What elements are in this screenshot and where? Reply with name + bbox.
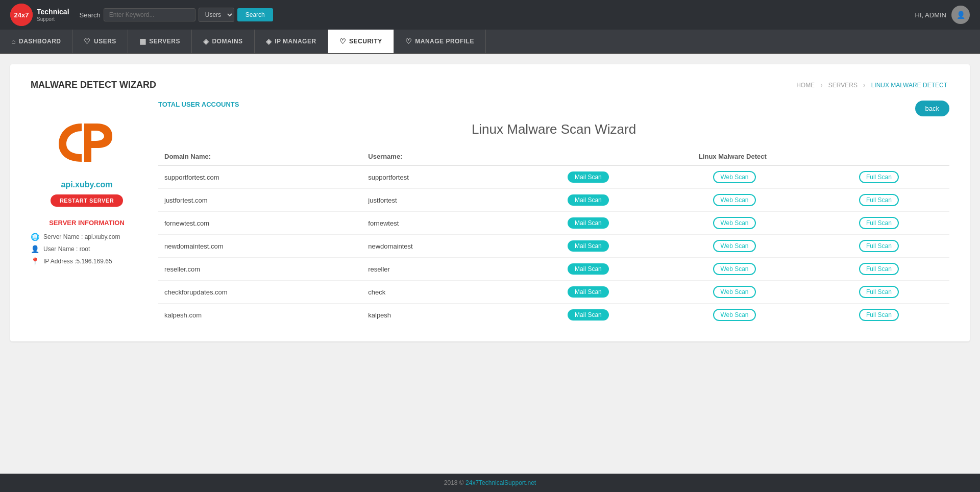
cell-full-scan: Full Scan bbox=[808, 258, 949, 281]
user-name-value: User Name : root bbox=[43, 245, 90, 253]
web-scan-button[interactable]: Web Scan bbox=[713, 309, 755, 321]
table-row: checkforupdates.com check Mail Scan Web … bbox=[158, 281, 949, 304]
web-scan-button[interactable]: Web Scan bbox=[713, 240, 755, 252]
nav-item-dashboard[interactable]: ⌂ DASHBOARD bbox=[0, 30, 72, 53]
nav-label-domains: DOMAINS bbox=[212, 38, 242, 45]
table-row: justfortest.com justfortest Mail Scan We… bbox=[158, 189, 949, 212]
domains-icon: ◈ bbox=[203, 37, 209, 45]
cell-domain: fornewtest.com bbox=[158, 212, 362, 235]
web-scan-button[interactable]: Web Scan bbox=[713, 263, 755, 275]
search-select[interactable]: Users bbox=[199, 8, 234, 22]
footer: 2018 © 24x7TechnicalSupport.net bbox=[0, 474, 980, 492]
web-scan-button[interactable]: Web Scan bbox=[713, 217, 755, 229]
cell-username: supportfortest bbox=[362, 166, 516, 189]
full-scan-button[interactable]: Full Scan bbox=[859, 286, 899, 298]
ip-address-info: 📍 IP Address :5.196.169.65 bbox=[31, 257, 143, 265]
full-scan-button[interactable]: Full Scan bbox=[859, 171, 899, 183]
header-left: 24x7 Technical Support Search Users Sear… bbox=[10, 4, 273, 26]
content-card: MALWARE DETECT WIZARD HOME › SERVERS › L… bbox=[10, 64, 970, 341]
cell-web-scan: Web Scan bbox=[660, 235, 808, 258]
wizard-title: Linux Malware Scan Wizard bbox=[158, 121, 949, 137]
mail-scan-button[interactable]: Mail Scan bbox=[568, 286, 609, 298]
nav-item-domains[interactable]: ◈ DOMAINS bbox=[192, 30, 255, 53]
search-area: Search Users Search bbox=[80, 8, 273, 22]
mail-scan-button[interactable]: Mail Scan bbox=[568, 171, 609, 183]
full-scan-button[interactable]: Full Scan bbox=[859, 217, 899, 229]
section-header: TOTAL USER ACCOUNTS back bbox=[158, 101, 949, 116]
cell-full-scan: Full Scan bbox=[808, 166, 949, 189]
main-panel: TOTAL USER ACCOUNTS back Linux Malware S… bbox=[158, 101, 949, 326]
logo-icon: 24x7 bbox=[10, 4, 33, 26]
nav-item-ip-manager[interactable]: ◈ IP MANAGER bbox=[255, 30, 328, 53]
cell-full-scan: Full Scan bbox=[808, 212, 949, 235]
back-button[interactable]: back bbox=[915, 101, 949, 116]
header: 24x7 Technical Support Search Users Sear… bbox=[0, 0, 980, 30]
web-scan-button[interactable]: Web Scan bbox=[713, 194, 755, 206]
footer-copy: 2018 © bbox=[444, 479, 464, 486]
full-scan-button[interactable]: Full Scan bbox=[859, 309, 899, 321]
malware-table: Domain Name: Username: Linux Malware Det… bbox=[158, 147, 949, 326]
sidebar: api.xuby.com RESTART SERVER SERVER INFOR… bbox=[31, 101, 143, 326]
server-name-value: Server Name : api.xuby.com bbox=[43, 233, 120, 240]
cell-username: reseller bbox=[362, 258, 516, 281]
cell-mail-scan: Mail Scan bbox=[516, 304, 660, 327]
table-row: newdomaintest.com newdomaintest Mail Sca… bbox=[158, 235, 949, 258]
cell-web-scan: Web Scan bbox=[660, 212, 808, 235]
mail-scan-button[interactable]: Mail Scan bbox=[568, 309, 609, 321]
nav-item-security[interactable]: ♡ SECURITY bbox=[328, 30, 394, 53]
server-domain: api.xuby.com bbox=[31, 180, 143, 189]
logo-area: 24x7 Technical Support bbox=[10, 4, 69, 26]
mail-scan-button[interactable]: Mail Scan bbox=[568, 194, 609, 206]
breadcrumb: HOME › SERVERS › LINUX MALWARE DETECT bbox=[794, 82, 949, 89]
col-linux-malware: Linux Malware Detect bbox=[516, 147, 949, 166]
cell-web-scan: Web Scan bbox=[660, 189, 808, 212]
restart-server-button[interactable]: RESTART SERVER bbox=[51, 194, 123, 207]
cell-username: kalpesh bbox=[362, 304, 516, 327]
col-domain: Domain Name: bbox=[158, 147, 362, 166]
main-wrapper: MALWARE DETECT WIZARD HOME › SERVERS › L… bbox=[0, 54, 980, 474]
user-icon: 👤 bbox=[31, 245, 39, 253]
search-button[interactable]: Search bbox=[237, 8, 273, 21]
cell-username: check bbox=[362, 281, 516, 304]
admin-label: HI, ADMIN bbox=[915, 11, 946, 19]
search-input[interactable] bbox=[104, 8, 195, 21]
full-scan-button[interactable]: Full Scan bbox=[859, 194, 899, 206]
table-row: reseller.com reseller Mail Scan Web Scan… bbox=[158, 258, 949, 281]
full-scan-button[interactable]: Full Scan bbox=[859, 240, 899, 252]
nav-label-manage-profile: MANAGE PROFILE bbox=[415, 38, 474, 45]
mail-scan-button[interactable]: Mail Scan bbox=[568, 240, 609, 252]
avatar: 👤 bbox=[951, 6, 970, 24]
full-scan-button[interactable]: Full Scan bbox=[859, 263, 899, 275]
cell-web-scan: Web Scan bbox=[660, 258, 808, 281]
cell-full-scan: Full Scan bbox=[808, 189, 949, 212]
cell-full-scan: Full Scan bbox=[808, 235, 949, 258]
cell-domain: reseller.com bbox=[158, 258, 362, 281]
location-icon: 📍 bbox=[31, 257, 39, 265]
globe-icon: 🌐 bbox=[31, 233, 39, 241]
nav-item-manage-profile[interactable]: ♡ MANAGE PROFILE bbox=[394, 30, 486, 53]
svg-text:24x7: 24x7 bbox=[14, 11, 29, 19]
mail-scan-button[interactable]: Mail Scan bbox=[568, 263, 609, 275]
section-title: TOTAL USER ACCOUNTS bbox=[158, 101, 239, 108]
table-row: kalpesh.com kalpesh Mail Scan Web Scan F… bbox=[158, 304, 949, 327]
breadcrumb-servers: SERVERS bbox=[828, 82, 857, 89]
breadcrumb-home: HOME bbox=[796, 82, 815, 89]
breadcrumb-sep2: › bbox=[863, 82, 867, 89]
nav-item-servers[interactable]: ▦ SERVERS bbox=[128, 30, 192, 53]
user-name-info: 👤 User Name : root bbox=[31, 245, 143, 253]
cell-domain: justfortest.com bbox=[158, 189, 362, 212]
cell-mail-scan: Mail Scan bbox=[516, 189, 660, 212]
table-row: fornewtest.com fornewtest Mail Scan Web … bbox=[158, 212, 949, 235]
manage-profile-icon: ♡ bbox=[405, 37, 412, 45]
cell-domain: checkforupdates.com bbox=[158, 281, 362, 304]
web-scan-button[interactable]: Web Scan bbox=[713, 286, 755, 298]
cell-mail-scan: Mail Scan bbox=[516, 281, 660, 304]
cell-mail-scan: Mail Scan bbox=[516, 166, 660, 189]
cell-username: fornewtest bbox=[362, 212, 516, 235]
server-name-info: 🌐 Server Name : api.xuby.com bbox=[31, 233, 143, 241]
nav-item-users[interactable]: ♡ USERS bbox=[72, 30, 128, 53]
mail-scan-button[interactable]: Mail Scan bbox=[568, 217, 609, 229]
footer-link[interactable]: 24x7TechnicalSupport.net bbox=[465, 479, 536, 486]
table-wrapper: Domain Name: Username: Linux Malware Det… bbox=[158, 147, 949, 326]
web-scan-button[interactable]: Web Scan bbox=[713, 171, 755, 183]
